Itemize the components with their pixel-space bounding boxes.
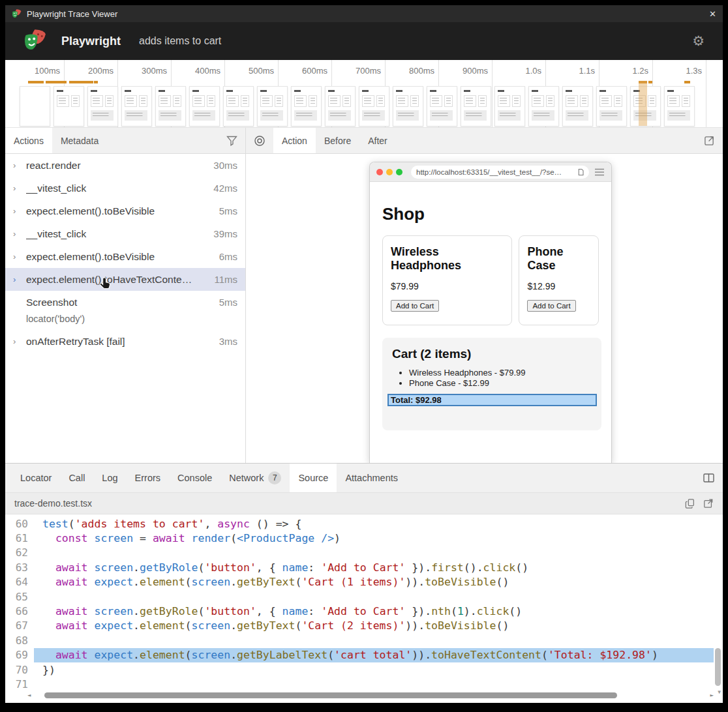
source-line: 60test('adds items to cart', async () =>… — [5, 516, 723, 531]
action-label: expect.element().toBeVisible — [26, 251, 214, 263]
vertical-scrollbar-thumb[interactable] — [715, 648, 721, 686]
close-icon[interactable]: ✕ — [709, 9, 716, 19]
filmstrip-thumbnail[interactable] — [325, 86, 356, 126]
filmstrip-thumbnail[interactable] — [223, 86, 254, 126]
line-code — [34, 589, 714, 604]
action-label: __vitest_click — [26, 183, 208, 194]
add-to-cart-button[interactable]: Add to Cart — [527, 300, 575, 312]
timeline[interactable]: 100ms200ms300ms400ms500ms600ms700ms800ms… — [5, 60, 723, 128]
tab-before[interactable]: Before — [316, 128, 359, 153]
filmstrip-thumbnail[interactable] — [87, 86, 118, 126]
copy-source-icon[interactable] — [685, 498, 695, 509]
open-snapshot-external-icon[interactable] — [696, 128, 723, 153]
filmstrip-thumbnail[interactable] — [562, 86, 593, 126]
source-line: 71 — [5, 677, 723, 691]
traffic-light-red — [376, 169, 383, 175]
cart-section: Cart (2 items) Wireless Headphones - $79… — [382, 338, 601, 430]
gear-icon[interactable]: ⚙ — [692, 33, 705, 49]
action-duration: 39ms — [213, 228, 237, 239]
action-row[interactable]: ›expect.element().toBeVisible5ms — [5, 200, 245, 222]
trace-viewer-window: Playwright Trace Viewer ✕ Playwright add… — [5, 5, 723, 703]
tab-console[interactable]: Console — [169, 464, 220, 492]
filmstrip-thumbnail[interactable] — [664, 86, 695, 126]
hamburger-menu-icon[interactable] — [594, 168, 605, 176]
scrollbar-thumb[interactable] — [44, 692, 617, 698]
filter-icon[interactable] — [219, 128, 245, 153]
copy-url-icon[interactable] — [577, 168, 584, 176]
source-line: 69 await expect.element(screen.getByLabe… — [5, 648, 723, 662]
chevron-right-icon: › — [13, 206, 26, 216]
action-row[interactable]: ›onAfterRetryTask [fail]3ms — [5, 330, 245, 353]
tab-call[interactable]: Call — [60, 464, 93, 492]
timeline-tick-label: 200ms — [68, 66, 114, 76]
filmstrip-thumbnail[interactable] — [427, 86, 457, 126]
source-filename: trace-demo.test.tsx — [14, 498, 677, 509]
split-view-icon[interactable] — [695, 464, 723, 492]
tab-metadata[interactable]: Metadata — [52, 128, 107, 153]
tab-label: Source — [298, 473, 328, 483]
source-line: 65 — [5, 589, 723, 604]
filmstrip-thumbnail[interactable] — [291, 86, 322, 126]
filmstrip-thumbnail[interactable] — [189, 86, 220, 126]
action-label: onAfterRetryTask [fail] — [26, 336, 214, 348]
line-code: await expect.element(screen.getByText('C… — [34, 575, 714, 589]
scroll-down-icon[interactable]: ▼ — [718, 689, 721, 695]
tab-locator[interactable]: Locator — [12, 464, 60, 492]
filmstrip-thumbnail[interactable] — [53, 86, 84, 126]
tab-log[interactable]: Log — [93, 464, 126, 492]
open-external-icon[interactable] — [703, 498, 714, 509]
product-price: $79.99 — [391, 281, 504, 291]
scroll-right-icon[interactable]: ► — [710, 692, 714, 698]
filmstrip-thumbnail[interactable] — [393, 86, 423, 126]
filmstrip-thumbnail[interactable] — [121, 86, 152, 126]
source-line: 68 — [5, 633, 723, 647]
action-label: expect.element().toBeVisible — [26, 205, 214, 217]
action-duration: 42ms — [213, 183, 237, 194]
tab-after[interactable]: After — [359, 128, 396, 153]
filmstrip-thumbnail[interactable] — [155, 86, 186, 126]
horizontal-scrollbar[interactable]: ◄► — [35, 692, 706, 699]
cart-items-list: Wireless Headphones - $79.99Phone Case -… — [392, 368, 592, 388]
timeline-tick-label: 100ms — [14, 66, 60, 76]
tab-actions[interactable]: Actions — [5, 128, 52, 153]
product-card: Phone Case$12.99Add to Cart — [519, 235, 599, 325]
filmstrip-thumbnail[interactable] — [257, 86, 288, 126]
tab-label: Console — [177, 473, 212, 483]
action-row[interactable]: ›expect.element().toBeVisible6ms — [5, 245, 245, 268]
tab-source[interactable]: Source — [290, 464, 337, 492]
action-row[interactable]: ›react.render30ms — [5, 154, 245, 177]
line-number: 62 — [5, 546, 34, 559]
filmstrip-thumbnail[interactable] — [494, 86, 525, 126]
source-toolbar: trace-demo.test.tsx — [5, 493, 723, 514]
tab-label: Attachments — [345, 473, 398, 483]
action-row[interactable]: ›__vitest_click39ms — [5, 222, 245, 245]
action-row[interactable]: ›expect.element().toHaveTextConte…11ms — [5, 268, 245, 291]
filmstrip-thumbnail[interactable] — [596, 86, 627, 126]
tab-action[interactable]: Action — [273, 128, 316, 153]
source-line: 66 await screen.getByRole('button', { na… — [5, 604, 723, 618]
filmstrip-thumbnail[interactable] — [20, 86, 50, 126]
tab-attachments[interactable]: Attachments — [337, 464, 406, 492]
line-number: 71 — [5, 678, 34, 690]
actions-list: ›react.render30ms›__vitest_click42ms›exp… — [5, 154, 245, 463]
scroll-left-icon[interactable]: ◄ — [27, 692, 31, 698]
action-row[interactable]: ›__vitest_click42ms — [5, 177, 245, 200]
add-to-cart-button[interactable]: Add to Cart — [391, 300, 439, 312]
pick-locator-icon[interactable] — [246, 128, 273, 153]
source-code-view[interactable]: 60test('adds items to cart', async () =>… — [5, 514, 723, 703]
tab-errors[interactable]: Errors — [127, 464, 169, 492]
line-code: }) — [34, 662, 714, 677]
cart-title: Cart (2 items) — [392, 347, 592, 361]
filmstrip-thumbnail[interactable] — [528, 86, 559, 126]
line-code: await expect.element(screen.getByText('C… — [34, 619, 714, 633]
action-duration: 5ms — [219, 205, 237, 216]
filmstrip-thumbnail[interactable] — [461, 86, 491, 126]
source-line: 67 await expect.element(screen.getByText… — [5, 619, 723, 633]
filmstrip-thumbnail[interactable] — [359, 86, 389, 126]
snapshot-browser-window: http://localhost:63315/__vitest_test__/?… — [369, 162, 612, 463]
address-bar[interactable]: http://localhost:63315/__vitest_test__/?… — [411, 166, 589, 179]
line-code — [34, 633, 714, 647]
action-row[interactable]: Screenshot5ms — [5, 291, 245, 314]
timeline-tick-label: 500ms — [228, 66, 274, 76]
tab-network[interactable]: Network7 — [220, 464, 290, 492]
